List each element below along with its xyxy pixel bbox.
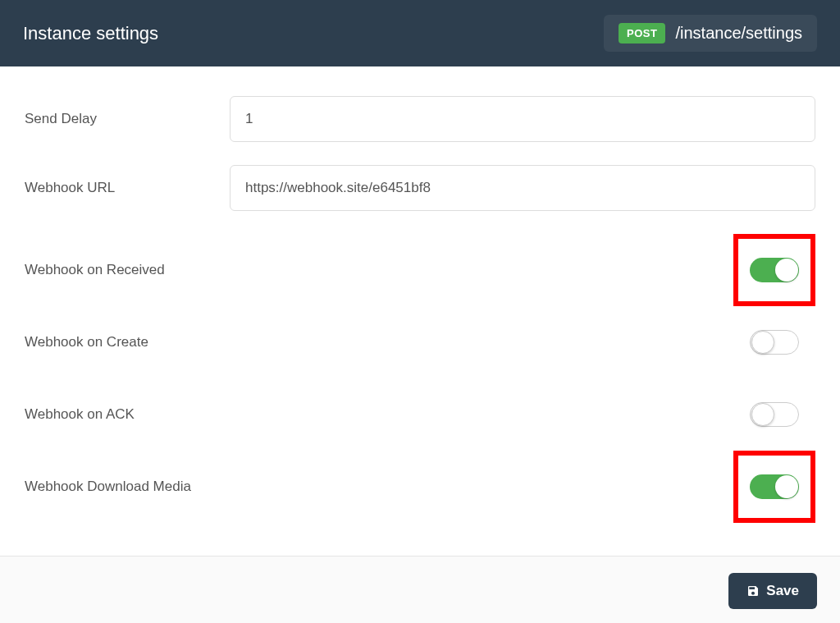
toggle-knob xyxy=(775,259,798,282)
webhook-on-create-label: Webhook on Create xyxy=(25,334,148,350)
page-footer: Save xyxy=(0,556,840,623)
http-method-badge: POST xyxy=(619,23,665,44)
toggle-wrapper xyxy=(733,378,815,451)
save-icon xyxy=(746,584,760,598)
highlight-box xyxy=(733,451,815,523)
page-header: Instance settings POST /instance/setting… xyxy=(0,0,840,66)
api-path-text: /instance/settings xyxy=(675,24,802,43)
settings-form: Send Delay Webhook URL Webhook on Receiv… xyxy=(0,66,840,556)
send-delay-label: Send Delay xyxy=(25,111,230,127)
api-endpoint-badge: POST /instance/settings xyxy=(604,15,817,52)
webhook-on-received-label: Webhook on Received xyxy=(25,262,165,278)
webhook-url-input[interactable] xyxy=(230,165,815,211)
webhook-download-media-row: Webhook Download Media xyxy=(25,451,815,523)
send-delay-row: Send Delay xyxy=(25,96,815,142)
toggle-knob xyxy=(751,403,774,426)
webhook-url-row: Webhook URL xyxy=(25,165,815,211)
webhook-on-ack-toggle[interactable] xyxy=(750,402,799,427)
page-title: Instance settings xyxy=(23,23,158,44)
toggle-knob xyxy=(751,331,774,354)
toggle-wrapper xyxy=(733,306,815,378)
save-button-label: Save xyxy=(766,583,799,599)
webhook-on-ack-row: Webhook on ACK xyxy=(25,378,815,451)
toggle-knob xyxy=(775,475,798,498)
send-delay-input[interactable] xyxy=(230,96,815,142)
webhook-on-received-row: Webhook on Received xyxy=(25,234,815,306)
webhook-download-media-label: Webhook Download Media xyxy=(25,479,191,495)
webhook-url-label: Webhook URL xyxy=(25,180,230,196)
webhook-on-create-row: Webhook on Create xyxy=(25,306,815,378)
webhook-download-media-toggle[interactable] xyxy=(750,474,799,499)
webhook-on-received-toggle[interactable] xyxy=(750,258,799,282)
save-button[interactable]: Save xyxy=(728,573,817,609)
webhook-on-create-toggle[interactable] xyxy=(750,330,799,355)
highlight-box xyxy=(733,234,815,306)
webhook-on-ack-label: Webhook on ACK xyxy=(25,406,135,423)
